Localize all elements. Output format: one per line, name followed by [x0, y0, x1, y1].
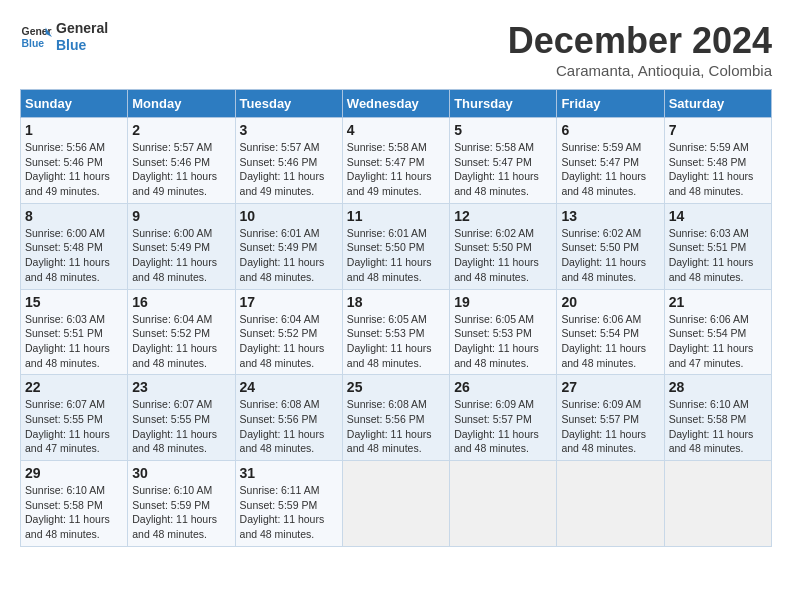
- day-number: 2: [132, 122, 230, 138]
- calendar-cell: 19Sunrise: 6:05 AM Sunset: 5:53 PM Dayli…: [450, 289, 557, 375]
- calendar-cell: 3Sunrise: 5:57 AM Sunset: 5:46 PM Daylig…: [235, 118, 342, 204]
- day-number: 8: [25, 208, 123, 224]
- day-number: 7: [669, 122, 767, 138]
- day-info: Sunrise: 6:10 AM Sunset: 5:59 PM Dayligh…: [132, 483, 230, 542]
- calendar-week-4: 22Sunrise: 6:07 AM Sunset: 5:55 PM Dayli…: [21, 375, 772, 461]
- day-number: 18: [347, 294, 445, 310]
- day-info: Sunrise: 6:07 AM Sunset: 5:55 PM Dayligh…: [25, 397, 123, 456]
- calendar-week-5: 29Sunrise: 6:10 AM Sunset: 5:58 PM Dayli…: [21, 461, 772, 547]
- location-subtitle: Caramanta, Antioquia, Colombia: [508, 62, 772, 79]
- calendar-cell: [664, 461, 771, 547]
- day-info: Sunrise: 6:00 AM Sunset: 5:48 PM Dayligh…: [25, 226, 123, 285]
- day-number: 9: [132, 208, 230, 224]
- calendar-cell: 1Sunrise: 5:56 AM Sunset: 5:46 PM Daylig…: [21, 118, 128, 204]
- logo: General Blue General Blue: [20, 20, 108, 54]
- day-info: Sunrise: 6:02 AM Sunset: 5:50 PM Dayligh…: [454, 226, 552, 285]
- day-info: Sunrise: 6:10 AM Sunset: 5:58 PM Dayligh…: [25, 483, 123, 542]
- day-number: 23: [132, 379, 230, 395]
- day-info: Sunrise: 6:04 AM Sunset: 5:52 PM Dayligh…: [240, 312, 338, 371]
- calendar-table: SundayMondayTuesdayWednesdayThursdayFrid…: [20, 89, 772, 547]
- title-block: December 2024 Caramanta, Antioquia, Colo…: [508, 20, 772, 79]
- day-number: 14: [669, 208, 767, 224]
- calendar-week-3: 15Sunrise: 6:03 AM Sunset: 5:51 PM Dayli…: [21, 289, 772, 375]
- day-info: Sunrise: 5:57 AM Sunset: 5:46 PM Dayligh…: [240, 140, 338, 199]
- day-number: 1: [25, 122, 123, 138]
- column-header-monday: Monday: [128, 90, 235, 118]
- day-number: 4: [347, 122, 445, 138]
- day-number: 11: [347, 208, 445, 224]
- day-number: 5: [454, 122, 552, 138]
- calendar-cell: 16Sunrise: 6:04 AM Sunset: 5:52 PM Dayli…: [128, 289, 235, 375]
- day-info: Sunrise: 6:02 AM Sunset: 5:50 PM Dayligh…: [561, 226, 659, 285]
- day-info: Sunrise: 6:06 AM Sunset: 5:54 PM Dayligh…: [561, 312, 659, 371]
- calendar-cell: 30Sunrise: 6:10 AM Sunset: 5:59 PM Dayli…: [128, 461, 235, 547]
- logo-icon: General Blue: [20, 21, 52, 53]
- calendar-cell: 26Sunrise: 6:09 AM Sunset: 5:57 PM Dayli…: [450, 375, 557, 461]
- calendar-cell: 14Sunrise: 6:03 AM Sunset: 5:51 PM Dayli…: [664, 203, 771, 289]
- day-number: 24: [240, 379, 338, 395]
- day-number: 17: [240, 294, 338, 310]
- day-info: Sunrise: 6:01 AM Sunset: 5:50 PM Dayligh…: [347, 226, 445, 285]
- day-info: Sunrise: 6:09 AM Sunset: 5:57 PM Dayligh…: [454, 397, 552, 456]
- calendar-cell: 27Sunrise: 6:09 AM Sunset: 5:57 PM Dayli…: [557, 375, 664, 461]
- day-info: Sunrise: 6:10 AM Sunset: 5:58 PM Dayligh…: [669, 397, 767, 456]
- calendar-cell: 11Sunrise: 6:01 AM Sunset: 5:50 PM Dayli…: [342, 203, 449, 289]
- logo-blue: Blue: [56, 37, 108, 54]
- calendar-cell: 25Sunrise: 6:08 AM Sunset: 5:56 PM Dayli…: [342, 375, 449, 461]
- calendar-cell: 28Sunrise: 6:10 AM Sunset: 5:58 PM Dayli…: [664, 375, 771, 461]
- svg-text:Blue: Blue: [22, 37, 45, 48]
- day-info: Sunrise: 6:05 AM Sunset: 5:53 PM Dayligh…: [454, 312, 552, 371]
- calendar-cell: 18Sunrise: 6:05 AM Sunset: 5:53 PM Dayli…: [342, 289, 449, 375]
- day-number: 20: [561, 294, 659, 310]
- month-title: December 2024: [508, 20, 772, 62]
- calendar-cell: 12Sunrise: 6:02 AM Sunset: 5:50 PM Dayli…: [450, 203, 557, 289]
- calendar-week-2: 8Sunrise: 6:00 AM Sunset: 5:48 PM Daylig…: [21, 203, 772, 289]
- day-info: Sunrise: 5:58 AM Sunset: 5:47 PM Dayligh…: [454, 140, 552, 199]
- calendar-cell: 22Sunrise: 6:07 AM Sunset: 5:55 PM Dayli…: [21, 375, 128, 461]
- day-number: 6: [561, 122, 659, 138]
- column-header-tuesday: Tuesday: [235, 90, 342, 118]
- calendar-cell: 8Sunrise: 6:00 AM Sunset: 5:48 PM Daylig…: [21, 203, 128, 289]
- calendar-cell: 23Sunrise: 6:07 AM Sunset: 5:55 PM Dayli…: [128, 375, 235, 461]
- day-number: 16: [132, 294, 230, 310]
- column-header-wednesday: Wednesday: [342, 90, 449, 118]
- calendar-header-row: SundayMondayTuesdayWednesdayThursdayFrid…: [21, 90, 772, 118]
- day-info: Sunrise: 6:09 AM Sunset: 5:57 PM Dayligh…: [561, 397, 659, 456]
- calendar-cell: 4Sunrise: 5:58 AM Sunset: 5:47 PM Daylig…: [342, 118, 449, 204]
- day-info: Sunrise: 6:03 AM Sunset: 5:51 PM Dayligh…: [25, 312, 123, 371]
- day-number: 15: [25, 294, 123, 310]
- page-header: General Blue General Blue December 2024 …: [20, 20, 772, 79]
- day-number: 12: [454, 208, 552, 224]
- day-info: Sunrise: 5:58 AM Sunset: 5:47 PM Dayligh…: [347, 140, 445, 199]
- day-info: Sunrise: 5:59 AM Sunset: 5:48 PM Dayligh…: [669, 140, 767, 199]
- calendar-cell: 21Sunrise: 6:06 AM Sunset: 5:54 PM Dayli…: [664, 289, 771, 375]
- calendar-cell: 2Sunrise: 5:57 AM Sunset: 5:46 PM Daylig…: [128, 118, 235, 204]
- calendar-cell: 5Sunrise: 5:58 AM Sunset: 5:47 PM Daylig…: [450, 118, 557, 204]
- day-info: Sunrise: 5:56 AM Sunset: 5:46 PM Dayligh…: [25, 140, 123, 199]
- day-number: 22: [25, 379, 123, 395]
- logo-general: General: [56, 20, 108, 37]
- day-info: Sunrise: 6:06 AM Sunset: 5:54 PM Dayligh…: [669, 312, 767, 371]
- day-number: 25: [347, 379, 445, 395]
- column-header-saturday: Saturday: [664, 90, 771, 118]
- day-number: 27: [561, 379, 659, 395]
- day-info: Sunrise: 6:03 AM Sunset: 5:51 PM Dayligh…: [669, 226, 767, 285]
- day-info: Sunrise: 6:04 AM Sunset: 5:52 PM Dayligh…: [132, 312, 230, 371]
- calendar-cell: 17Sunrise: 6:04 AM Sunset: 5:52 PM Dayli…: [235, 289, 342, 375]
- day-info: Sunrise: 6:00 AM Sunset: 5:49 PM Dayligh…: [132, 226, 230, 285]
- calendar-cell: [557, 461, 664, 547]
- day-number: 26: [454, 379, 552, 395]
- day-info: Sunrise: 6:08 AM Sunset: 5:56 PM Dayligh…: [240, 397, 338, 456]
- calendar-cell: [450, 461, 557, 547]
- calendar-cell: 31Sunrise: 6:11 AM Sunset: 5:59 PM Dayli…: [235, 461, 342, 547]
- day-number: 31: [240, 465, 338, 481]
- calendar-cell: [342, 461, 449, 547]
- column-header-sunday: Sunday: [21, 90, 128, 118]
- calendar-cell: 7Sunrise: 5:59 AM Sunset: 5:48 PM Daylig…: [664, 118, 771, 204]
- day-number: 21: [669, 294, 767, 310]
- column-header-thursday: Thursday: [450, 90, 557, 118]
- day-info: Sunrise: 5:57 AM Sunset: 5:46 PM Dayligh…: [132, 140, 230, 199]
- day-number: 29: [25, 465, 123, 481]
- day-number: 3: [240, 122, 338, 138]
- day-number: 30: [132, 465, 230, 481]
